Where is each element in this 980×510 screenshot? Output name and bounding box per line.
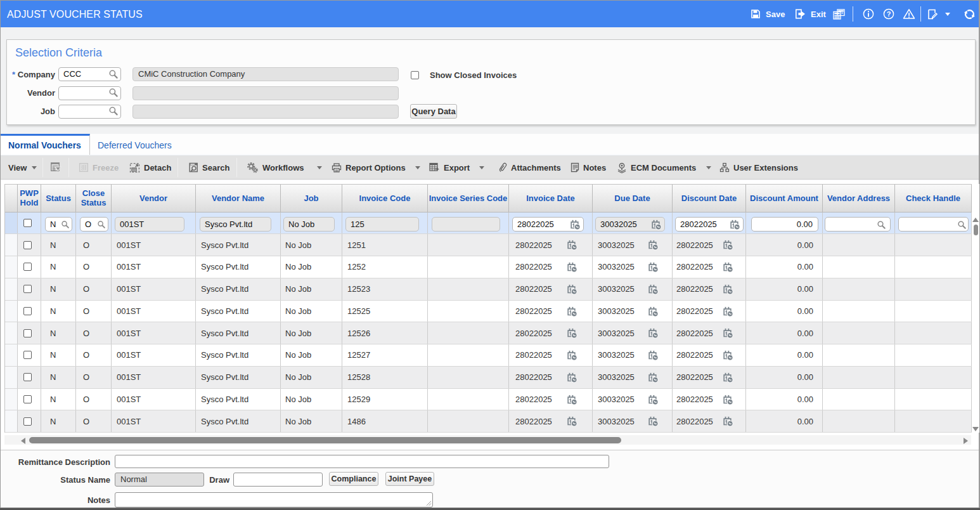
- svg-text:?: ?: [887, 10, 891, 18]
